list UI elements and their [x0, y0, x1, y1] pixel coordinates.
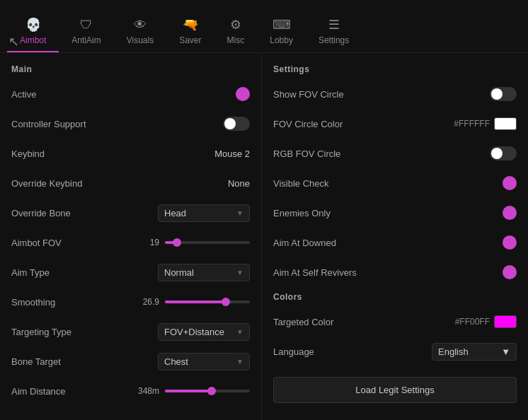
chevron-down-icon-2: ▼ [236, 269, 243, 276]
dropdown-language-value: English [438, 346, 469, 357]
nav-label-saver: Saver [179, 35, 201, 45]
label-override-keybind: Override Keybind [11, 178, 82, 189]
saver-icon: 🔫 [183, 17, 198, 33]
row-smoothing: Smoothing 26.9 [11, 292, 250, 312]
label-fov-circle-color: FOV Circle Color [273, 119, 343, 129]
row-controller-support: Controller Support [11, 114, 250, 134]
slider-container-aimbot-fov: 19 [137, 238, 250, 247]
dropdown-aim-type-value: Normal [164, 267, 194, 278]
label-targeted-color: Targeted Color [273, 317, 333, 327]
left-section-title: Main [11, 64, 250, 74]
row-targeted-color: Targeted Color #FF00FF [273, 312, 517, 332]
value-keybind: Mouse 2 [214, 148, 250, 159]
slider-thumb-aimbot-fov[interactable] [173, 238, 181, 247]
toggle-visible-check[interactable] [503, 176, 517, 190]
toggle-active[interactable] [236, 87, 250, 101]
nav-label-aimbot: Aimbot [20, 35, 46, 45]
label-aim-at-self-revivers: Aim At Self Revivers [273, 267, 357, 278]
nav-item-misc[interactable]: ⚙ Misc [214, 11, 258, 52]
label-aim-at-downed: Aim At Downed [273, 238, 336, 248]
slider-value-aimbot-fov: 19 [137, 238, 159, 247]
label-aim-distance: Aim Distance [11, 386, 66, 397]
row-active: Active [11, 84, 250, 104]
row-aim-at-self-revivers: Aim At Self Revivers [273, 262, 517, 282]
label-override-bone: Override Bone [11, 208, 71, 218]
slider-fill-smoothing [165, 301, 226, 303]
load-legit-settings-button[interactable]: Load Legit Settings [273, 377, 517, 403]
nav-item-settings[interactable]: ☰ Settings [306, 11, 362, 52]
row-show-fov-circle: Show FOV Circle [273, 84, 517, 104]
toggle-rgb-fov-circle[interactable] [490, 146, 517, 161]
right-section-title: Settings [273, 64, 517, 74]
row-override-keybind: Override Keybind None [11, 173, 250, 193]
toggle-aim-at-downed[interactable] [503, 235, 517, 250]
settings-icon: ☰ [328, 17, 340, 33]
dropdown-aim-type[interactable]: Normal ▼ [158, 264, 250, 281]
dropdown-bone-target[interactable]: Chest ▼ [158, 353, 250, 371]
row-aim-type: Aim Type Normal ▼ [11, 262, 250, 282]
label-aim-type: Aim Type [11, 267, 50, 278]
antiAim-icon: 🛡 [80, 18, 93, 33]
toggle-enemies-only[interactable] [503, 206, 517, 220]
slider-container-smoothing: 26.9 [137, 297, 250, 307]
row-keybind: Keybind Mouse 2 [11, 144, 250, 163]
nav-item-antiAim[interactable]: 🛡 AntiAim [59, 12, 113, 52]
toggle-aim-at-self-revivers[interactable] [503, 265, 517, 279]
dropdown-override-bone[interactable]: Head ▼ [158, 204, 250, 222]
color-swatch-targeted: #FF00FF [455, 315, 517, 328]
label-targeting-type: Targeting Type [11, 327, 71, 337]
slider-container-aim-distance: 348m [137, 386, 250, 396]
row-aim-distance: Aim Distance 348m [11, 381, 250, 401]
slider-track-smoothing[interactable] [165, 301, 250, 303]
row-rgb-fov-circle: RGB FOV Circle [273, 144, 517, 163]
dropdown-override-bone-value: Head [164, 208, 186, 218]
visuals-icon: 👁 [134, 18, 147, 33]
slider-thumb-aim-distance[interactable] [207, 387, 216, 395]
row-aim-at-downed: Aim At Downed [273, 233, 517, 252]
label-smoothing: Smoothing [11, 297, 55, 308]
nav-item-visuals[interactable]: 👁 Visuals [114, 12, 166, 52]
row-aimbot-fov: Aimbot FOV 19 [11, 233, 250, 252]
row-visible-check: Visible Check [273, 173, 517, 193]
chevron-down-icon-4: ▼ [236, 358, 243, 366]
label-enemies-only: Enemies Only [273, 208, 331, 218]
row-bone-target: Bone Target Chest ▼ [11, 351, 250, 371]
label-visible-check: Visible Check [273, 178, 329, 189]
aimbot-icon: 💀 [25, 17, 41, 33]
label-keybind: Keybind [11, 148, 45, 159]
toggle-show-fov-circle[interactable] [490, 87, 517, 101]
color-box-targeted[interactable] [494, 315, 517, 328]
label-controller-support: Controller Support [11, 119, 86, 129]
nav-label-lobby: Lobby [270, 35, 293, 45]
label-language: Language [273, 346, 314, 357]
nav-item-saver[interactable]: 🔫 Saver [166, 11, 214, 52]
dropdown-language[interactable]: English ▼ [432, 343, 517, 361]
color-hex-targeted: #FF00FF [455, 317, 490, 327]
row-language: Language English ▼ [273, 342, 517, 361]
dropdown-bone-target-value: Chest [164, 356, 188, 367]
chevron-down-icon-5: ▼ [501, 346, 510, 357]
right-panel: Settings Show FOV Circle FOV Circle Colo… [262, 53, 528, 420]
label-aimbot-fov: Aimbot FOV [11, 238, 62, 248]
content-area: Main Active Controller Support Keybind M… [0, 53, 528, 420]
label-rgb-fov-circle: RGB FOV Circle [273, 148, 340, 159]
slider-value-smoothing: 26.9 [137, 297, 159, 307]
slider-track-aim-distance[interactable] [165, 390, 250, 392]
slider-fill-aim-distance [165, 390, 212, 392]
color-swatch-fov: #FFFFFF [454, 117, 517, 130]
row-override-bone: Override Bone Head ▼ [11, 203, 250, 223]
nav-item-lobby[interactable]: ⌨ Lobby [257, 11, 306, 52]
chevron-down-icon-3: ▼ [236, 328, 243, 336]
nav-item-aimbot[interactable]: 💀 Aimbot [7, 11, 59, 52]
dropdown-targeting-type-value: FOV+Distance [164, 327, 224, 337]
color-box-fov[interactable] [494, 117, 517, 130]
nav-label-antiAim: AntiAim [71, 35, 101, 45]
slider-track-aimbot-fov[interactable] [165, 241, 250, 244]
nav-label-visuals: Visuals [127, 35, 154, 45]
row-fov-circle-color: FOV Circle Color #FFFFFF [273, 114, 517, 134]
row-targeting-type: Targeting Type FOV+Distance ▼ [11, 322, 250, 342]
nav-bar: 💀 Aimbot 🛡 AntiAim 👁 Visuals 🔫 Saver ⚙ M… [0, 0, 528, 53]
toggle-controller-support[interactable] [223, 117, 250, 131]
slider-thumb-smoothing[interactable] [222, 298, 230, 306]
dropdown-targeting-type[interactable]: FOV+Distance ▼ [158, 323, 250, 341]
